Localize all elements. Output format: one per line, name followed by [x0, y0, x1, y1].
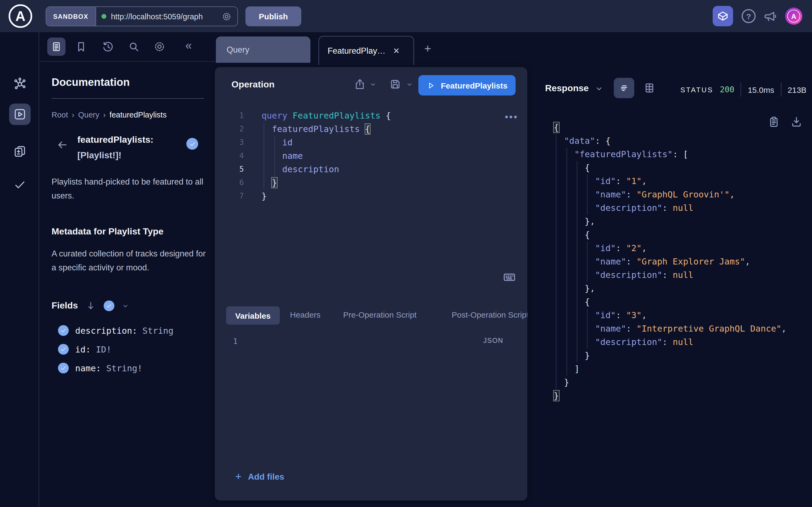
- back-arrow-button[interactable]: [56, 138, 69, 151]
- response-json: {"data": {"featuredPlaylists": [{"id": "…: [554, 121, 786, 402]
- tab-featured-playlists-active[interactable]: FeaturedPlay… ✕: [318, 36, 414, 65]
- schema-diff-icon[interactable]: [13, 144, 27, 158]
- left-nav-rail: »: [0, 32, 39, 507]
- response-status-bar: STATUS 200 15.0ms 213B: [680, 82, 806, 97]
- share-operation-icon[interactable]: [353, 78, 366, 91]
- breadcrumb: Root›Query›featuredPlaylists: [52, 111, 166, 119]
- chevron-down-icon[interactable]: [406, 81, 413, 88]
- chevron-down-icon[interactable]: [122, 302, 129, 309]
- code-line: ]: [554, 362, 786, 376]
- connection-settings-gear-icon[interactable]: [221, 11, 232, 22]
- field-selected-check-icon[interactable]: [186, 138, 198, 150]
- cube-icon: [716, 10, 729, 22]
- select-all-fields-check-icon[interactable]: [104, 300, 114, 311]
- close-tab-icon[interactable]: ✕: [393, 46, 400, 56]
- settings-gear-icon[interactable]: [153, 40, 166, 53]
- code-line: "id": "1",: [554, 174, 786, 188]
- field-check-icon[interactable]: [58, 363, 69, 374]
- line-number: 5: [215, 163, 246, 176]
- code-line: "name": "GraphQL Groovin'",: [554, 188, 786, 201]
- history-icon[interactable]: [101, 40, 114, 53]
- code-line: "id": "2",: [554, 241, 786, 255]
- raw-view-toggle-active[interactable]: [614, 78, 634, 98]
- sandbox-mode-button[interactable]: [713, 6, 733, 26]
- apollo-logo-icon[interactable]: A: [9, 4, 32, 28]
- field-row-description[interactable]: description: String: [58, 325, 173, 336]
- field-row-name[interactable]: name: String!: [58, 363, 143, 374]
- endpoint-url-input[interactable]: http://localhost:5059/graph: [111, 12, 216, 21]
- help-button[interactable]: ?: [742, 9, 756, 23]
- code-line: {: [554, 228, 786, 241]
- code-line: }: [554, 389, 786, 402]
- code-line: {: [554, 121, 786, 134]
- status-code: 200: [720, 85, 734, 95]
- line-number: 2: [215, 122, 246, 136]
- field-row-id[interactable]: id: ID!: [58, 344, 111, 355]
- breadcrumb-current: featuredPlaylists: [110, 111, 167, 119]
- tab-post-operation-script[interactable]: Post-Operation Script: [452, 310, 527, 319]
- documentation-panel: « Documentation Root›Query›featuredPlayl…: [40, 32, 216, 507]
- user-avatar[interactable]: A: [785, 7, 802, 25]
- sandbox-badge: SANDBOX: [46, 7, 96, 26]
- divider: [52, 98, 204, 99]
- code-line: {: [554, 161, 786, 174]
- new-tab-button[interactable]: +: [424, 42, 431, 56]
- line-number-gutter: 1234567: [215, 109, 246, 203]
- field-signature: featuredPlaylists: [Playlist!]!: [77, 132, 153, 163]
- tab-variables-active[interactable]: Variables: [226, 306, 280, 325]
- collapse-panel-button[interactable]: «: [185, 39, 192, 53]
- fields-header: Fields: [52, 300, 129, 311]
- code-line: "description": null: [554, 335, 786, 349]
- save-operation-icon[interactable]: [389, 78, 402, 91]
- code-line: "featuredPlaylists": [: [554, 148, 786, 161]
- chevron-down-icon: [595, 84, 603, 93]
- code-line: }: [261, 189, 391, 203]
- tab-pre-operation-script[interactable]: Pre-Operation Script: [343, 310, 416, 319]
- code-line: "id": "3",: [554, 308, 786, 322]
- metadata-description: A curated collection of tracks designed …: [52, 247, 206, 275]
- editor-menu-button[interactable]: •••: [505, 114, 518, 120]
- divider: [741, 82, 742, 97]
- divider: [40, 61, 216, 62]
- table-view-toggle[interactable]: [643, 81, 656, 95]
- tab-query[interactable]: Query: [216, 37, 310, 63]
- code-line: }: [261, 176, 391, 189]
- add-files-button[interactable]: + Add files: [235, 470, 284, 483]
- line-number: 7: [215, 189, 246, 203]
- response-duration: 15.0ms: [748, 85, 774, 94]
- graph-schema-icon[interactable]: [13, 77, 27, 91]
- field-description: Playlists hand-picked to be featured to …: [52, 175, 206, 203]
- query-code[interactable]: query FeaturedPlaylists {featuredPlaylis…: [261, 109, 391, 203]
- field-check-icon[interactable]: [58, 344, 69, 355]
- bookmarks-icon[interactable]: [74, 40, 88, 53]
- breadcrumb-query[interactable]: Query: [78, 111, 99, 119]
- search-icon[interactable]: [127, 40, 140, 53]
- response-dropdown[interactable]: Response: [545, 83, 603, 94]
- code-line: "description": null: [554, 268, 786, 282]
- download-response-icon[interactable]: [790, 115, 803, 128]
- explorer-nav-active[interactable]: [9, 104, 31, 125]
- line-number: 1: [215, 109, 246, 122]
- variables-mode-label: JSON: [483, 337, 503, 344]
- checks-icon[interactable]: [13, 178, 27, 191]
- run-operation-button[interactable]: FeaturedPlaylists: [418, 75, 516, 96]
- line-number: 3: [215, 136, 246, 149]
- status-label: STATUS: [680, 86, 713, 94]
- response-size: 213B: [788, 85, 806, 94]
- metadata-title: Metadata for Playlist Type: [52, 226, 163, 237]
- tab-headers[interactable]: Headers: [290, 310, 320, 319]
- text-lines-icon: [618, 82, 630, 94]
- connection-status-dot: [101, 14, 106, 19]
- documentation-title: Documentation: [52, 76, 130, 89]
- documentation-tab-active[interactable]: [47, 38, 65, 56]
- code-line: id: [261, 136, 391, 149]
- breadcrumb-root[interactable]: Root: [52, 111, 68, 119]
- publish-button[interactable]: Publish: [245, 6, 301, 26]
- endpoint-url-bar[interactable]: SANDBOX http://localhost:5059/graph: [46, 6, 238, 26]
- chevron-down-icon[interactable]: [369, 81, 376, 88]
- keyboard-shortcuts-icon[interactable]: [502, 270, 517, 284]
- announcements-megaphone-icon[interactable]: [763, 9, 777, 23]
- top-bar: A SANDBOX http://localhost:5059/graph Pu…: [0, 0, 812, 32]
- sort-descending-icon[interactable]: [85, 300, 96, 311]
- field-check-icon[interactable]: [58, 325, 69, 336]
